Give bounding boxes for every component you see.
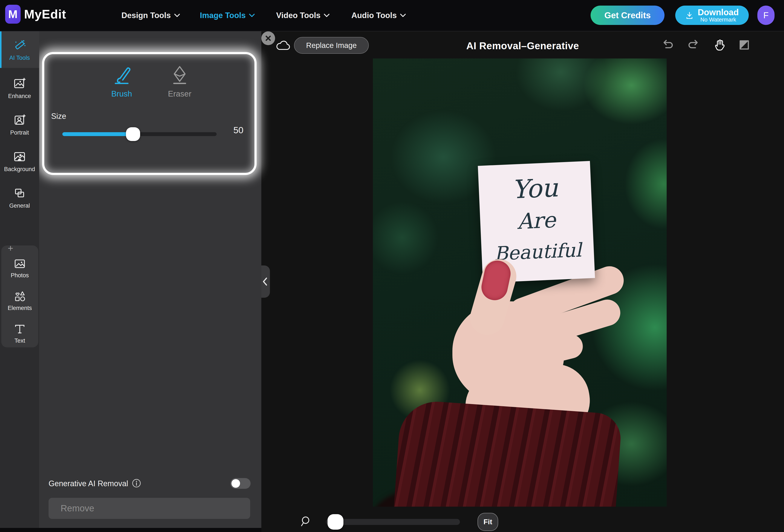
zoom-slider-thumb[interactable] — [328, 514, 343, 530]
sidebar-item-label: Photos — [11, 272, 29, 279]
download-sublabel: No Watermark — [700, 17, 736, 23]
brush-label: Brush — [111, 89, 132, 99]
top-nav: M MyEdit Design Tools Image Tools Video … — [0, 0, 784, 31]
slider-thumb[interactable] — [126, 127, 140, 141]
nav-video-tools[interactable]: Video Tools — [276, 0, 330, 31]
chevron-down-icon — [324, 13, 330, 18]
brand-name[interactable]: MyEdit — [24, 7, 66, 21]
nav-image-tools[interactable]: Image Tools — [200, 0, 255, 31]
generative-ai-removal-toggle[interactable] — [230, 478, 251, 489]
collapse-panel-handle[interactable] — [261, 265, 270, 298]
note-text-line: You — [478, 171, 592, 206]
eraser-label: Eraser — [168, 89, 192, 99]
background-icon — [12, 149, 27, 164]
toggle-knob — [231, 479, 240, 488]
brush-tool-button[interactable]: Brush — [98, 65, 145, 99]
redo-button[interactable] — [687, 39, 700, 51]
eraser-tool-button[interactable]: Eraser — [156, 65, 203, 99]
zoom-slider[interactable] — [326, 519, 460, 525]
user-avatar[interactable]: F — [757, 6, 775, 25]
myedit-logo-icon[interactable]: M — [5, 5, 21, 24]
download-label: Download — [698, 8, 739, 17]
image-enhance-icon — [12, 77, 27, 91]
brush-size-slider[interactable] — [62, 129, 217, 139]
sidebar-item-photos[interactable]: Photos — [1, 251, 38, 284]
nav-audio-tools[interactable]: Audio Tools — [352, 0, 406, 31]
chevron-down-icon — [400, 13, 406, 18]
sidebar-item-label: Text — [15, 337, 25, 344]
sidebar-item-label: Portrait — [10, 130, 29, 136]
sidebar-item-label: Background — [4, 166, 35, 173]
sidebar-item-elements[interactable]: Elements — [1, 284, 38, 317]
nav-image-tools-label: Image Tools — [200, 11, 246, 20]
sidebar-item-enhance[interactable]: Enhance — [0, 69, 39, 106]
nav-audio-tools-label: Audio Tools — [352, 11, 397, 20]
shapes-icon — [13, 290, 26, 303]
sidebar-item-background[interactable]: Background — [0, 143, 39, 179]
nav-design-tools[interactable]: Design Tools — [121, 0, 180, 31]
magic-wand-icon — [12, 38, 27, 52]
nav-design-tools-label: Design Tools — [121, 11, 171, 20]
chevron-down-icon — [174, 13, 180, 18]
tool-sidebar: AI Tools Enhance Portrait — [0, 31, 39, 528]
red-sweater-sleeve — [392, 399, 622, 507]
zoom-bar: Fit — [261, 507, 784, 532]
library-group: + Photos Elements — [1, 246, 38, 347]
active-indicator — [0, 31, 1, 68]
app-window: M MyEdit Design Tools Image Tools Video … — [0, 0, 784, 532]
sidebar-item-label: Enhance — [8, 93, 31, 100]
slider-fill — [62, 132, 132, 136]
chevron-left-icon — [262, 277, 268, 286]
sidebar-item-general[interactable]: General — [0, 179, 39, 216]
remove-button[interactable]: Remove — [49, 498, 250, 519]
size-label: Size — [51, 112, 66, 121]
layers-icon — [12, 186, 27, 200]
sidebar-item-ai-tools[interactable]: AI Tools — [0, 31, 39, 68]
sidebar-item-label: General — [9, 202, 30, 209]
undo-button[interactable] — [662, 39, 674, 51]
info-icon[interactable] — [132, 479, 141, 488]
magnifier-icon — [300, 515, 313, 528]
generative-toggle-row: Generative AI Removal — [49, 478, 251, 489]
sidebar-item-text[interactable]: Text — [1, 317, 38, 349]
sidebar-item-portrait[interactable]: Portrait — [0, 106, 39, 143]
sidebar-item-label: AI Tools — [9, 55, 30, 61]
nav-divider — [0, 31, 784, 31]
sidebar-item-label: Elements — [8, 305, 32, 311]
photo-canvas[interactable]: You Are Beautiful — [373, 58, 667, 507]
text-icon — [13, 323, 26, 336]
brush-icon — [112, 65, 131, 86]
tutorial-highlight-box: Brush Eraser Size 50 — [42, 52, 257, 175]
eraser-icon — [170, 65, 189, 86]
editor-canvas: Replace Image AI Removal–Generative — [261, 31, 784, 532]
photos-icon — [13, 257, 26, 271]
panel-bottom-edge — [0, 528, 261, 532]
size-value: 50 — [233, 125, 244, 135]
download-button[interactable]: Download No Watermark — [675, 6, 749, 25]
get-credits-button[interactable]: Get Credits — [591, 6, 665, 25]
fit-button[interactable]: Fit — [478, 513, 498, 531]
pan-hand-button[interactable] — [713, 39, 726, 51]
nav-video-tools-label: Video Tools — [276, 11, 320, 20]
page-title: AI Removal–Generative — [261, 40, 784, 52]
portrait-icon — [12, 113, 27, 127]
note-text-line: Are — [480, 206, 593, 236]
download-icon — [685, 11, 694, 20]
generative-ai-removal-label: Generative AI Removal — [49, 479, 128, 488]
chevron-down-icon — [249, 13, 255, 18]
compare-before-after-button[interactable] — [738, 39, 751, 51]
